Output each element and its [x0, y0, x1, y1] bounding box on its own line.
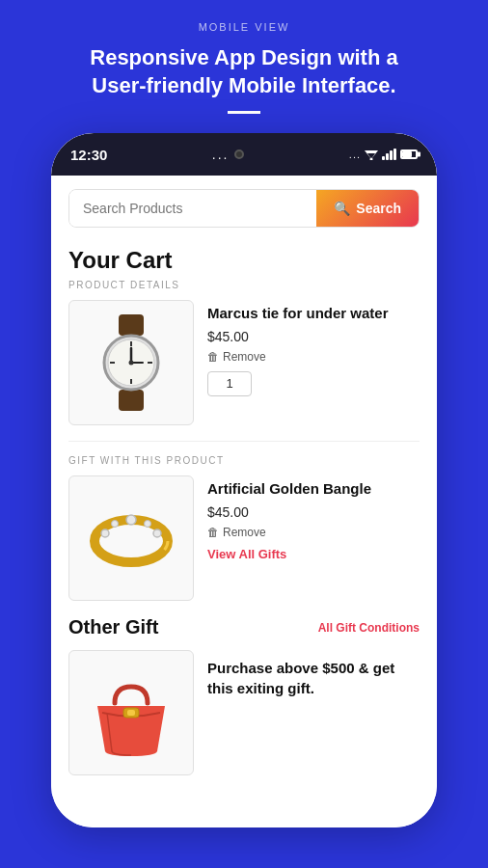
trash-icon: 🗑	[207, 350, 219, 364]
gift-remove-label: Remove	[223, 526, 266, 539]
status-bar: 12:30 ... ...	[51, 133, 437, 176]
gift-product-row: Artificial Golden Bangle $45.00 🗑 Remove…	[68, 475, 420, 601]
battery-fill	[402, 151, 412, 157]
signal-icon	[382, 149, 396, 160]
cart-remove-button[interactable]: 🗑 Remove	[207, 350, 420, 364]
quantity-input[interactable]	[207, 371, 252, 396]
svg-point-16	[153, 529, 161, 537]
bangle-image	[78, 485, 184, 591]
camera-notch	[234, 149, 244, 159]
svg-rect-3	[119, 314, 144, 336]
svg-point-14	[95, 520, 168, 562]
cart-product-details: Marcus tie for under water $45.00 🗑 Remo…	[207, 300, 420, 425]
phone-mockup: 12:30 ... ...	[51, 133, 437, 827]
cart-product-price: $45.00	[207, 329, 420, 344]
bangle-image-box	[68, 475, 194, 601]
search-bar[interactable]: 🔍 Search	[68, 189, 420, 228]
cart-product-name: Marcus tie for under water	[207, 304, 420, 323]
status-icons: ...	[349, 149, 418, 160]
bag-image-box	[68, 650, 194, 775]
bag-image	[78, 660, 184, 766]
header-label: MOBILE VIEW	[199, 21, 290, 33]
svg-point-15	[126, 515, 136, 525]
phone-content: 🔍 Search Your Cart PRODUCT DETAILS	[51, 176, 437, 827]
gift-product-name: Artificial Golden Bangle	[207, 479, 420, 499]
watch-image	[78, 310, 184, 416]
svg-point-17	[101, 529, 109, 537]
search-button-label: Search	[356, 201, 401, 216]
svg-rect-4	[119, 390, 144, 411]
search-button[interactable]: 🔍 Search	[316, 190, 419, 227]
svg-point-18	[145, 521, 151, 528]
cart-remove-label: Remove	[223, 350, 266, 364]
watch-image-box	[68, 300, 194, 425]
wifi-icon	[365, 149, 378, 160]
other-gift-row: Purchase above $500 & get this exiting g…	[68, 650, 420, 775]
header-title: Responsive App Design with a User-friend…	[70, 44, 418, 99]
svg-point-19	[112, 521, 119, 528]
all-gift-conditions-link[interactable]: All Gift Conditions	[318, 621, 420, 635]
svg-point-2	[370, 158, 373, 161]
notch-area: ...	[212, 147, 245, 162]
product-details-label: PRODUCT DETAILS	[68, 280, 420, 290]
gift-remove-button[interactable]: 🗑 Remove	[207, 526, 420, 539]
cart-title: Your Cart	[68, 247, 420, 274]
header-divider	[228, 111, 260, 114]
gift-section-label: GIFT WITH THIS PRODUCT	[68, 455, 420, 466]
notch-dots: ...	[212, 147, 230, 162]
search-icon: 🔍	[334, 201, 350, 216]
other-gift-desc-container: Purchase above $500 & get this exiting g…	[207, 650, 420, 775]
cart-product-row: Marcus tie for under water $45.00 🗑 Remo…	[68, 300, 420, 425]
search-input[interactable]	[69, 190, 316, 227]
battery-icon	[400, 149, 418, 159]
section-divider-1	[68, 441, 420, 442]
other-gift-description: Purchase above $500 & get this exiting g…	[207, 654, 420, 698]
gift-trash-icon: 🗑	[207, 526, 219, 539]
other-gift-header: Other Gift All Gift Conditions	[68, 616, 420, 638]
status-time: 12:30	[70, 147, 107, 163]
gift-product-price: $45.00	[207, 504, 420, 520]
gift-product-details: Artificial Golden Bangle $45.00 🗑 Remove…	[207, 475, 420, 601]
svg-rect-22	[127, 710, 135, 716]
other-gift-title: Other Gift	[68, 616, 158, 638]
more-icons: ...	[349, 149, 361, 160]
svg-point-13	[129, 361, 134, 366]
view-all-gifts-link[interactable]: View All Gifts	[207, 547, 420, 561]
